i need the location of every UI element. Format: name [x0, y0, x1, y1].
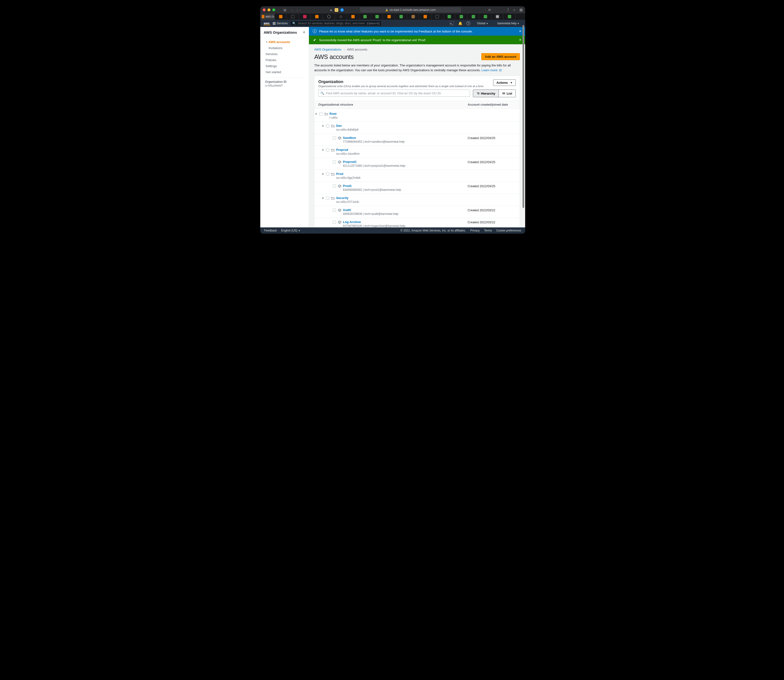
region-selector[interactable]: Global▼: [475, 22, 491, 25]
browser-tab[interactable]: [347, 14, 359, 20]
browser-tab[interactable]: [395, 14, 407, 20]
notifications-icon[interactable]: 🔔: [458, 21, 462, 25]
browser-tab[interactable]: [407, 14, 419, 20]
minimize-window[interactable]: [268, 8, 270, 11]
browser-tab[interactable]: [455, 14, 467, 20]
sidebar-item-policies[interactable]: Policies: [262, 57, 307, 63]
sidebar-item-services[interactable]: Services: [262, 51, 307, 57]
expand-toggle[interactable]: ▼: [322, 172, 325, 175]
browser-tab[interactable]: [419, 14, 431, 20]
aws-search[interactable]: 🔍 [Option+S]: [290, 21, 382, 26]
ou-link[interactable]: Security: [336, 196, 359, 200]
browser-tab[interactable]: [443, 14, 455, 20]
sidebar-item-get-started[interactable]: Get started: [262, 69, 307, 75]
shield-icon[interactable]: ◈: [329, 8, 333, 12]
checkbox[interactable]: [326, 148, 329, 151]
root-link[interactable]: Root: [330, 112, 338, 115]
filter-text-input[interactable]: [326, 91, 468, 95]
expand-toggle[interactable]: ▼: [322, 148, 325, 151]
language-selector[interactable]: English (US) ▼: [281, 229, 300, 232]
sidebar-toggle-icon[interactable]: ▤: [282, 8, 288, 12]
breadcrumb-link[interactable]: AWS Organizations: [314, 48, 341, 51]
checkbox[interactable]: [326, 173, 329, 176]
help-icon[interactable]: ?: [466, 21, 470, 25]
sidebar: AWS Organizations × ▼ AWS accounts Invit…: [260, 27, 309, 227]
ou-link[interactable]: Prod: [336, 172, 360, 176]
hierarchy-icon: [476, 92, 480, 94]
close-icon[interactable]: ×: [519, 29, 521, 33]
account-link[interactable]: Audit: [343, 208, 398, 212]
table-header: Organizational structure Account created…: [314, 101, 520, 109]
browser-tab[interactable]: [323, 14, 335, 20]
expand-toggle[interactable]: ▼: [322, 124, 325, 127]
expand-toggle[interactable]: ▼: [315, 112, 318, 115]
checkbox[interactable]: [326, 124, 329, 128]
close-icon[interactable]: ×: [303, 30, 305, 35]
checkbox[interactable]: [326, 197, 329, 200]
actions-dropdown[interactable]: Actions▼: [493, 79, 516, 86]
aws-search-input[interactable]: [298, 22, 365, 25]
feedback-link[interactable]: Feedback: [264, 229, 277, 232]
checkbox[interactable]: [333, 209, 336, 212]
ou-link[interactable]: Dev: [336, 124, 358, 128]
add-aws-account-button[interactable]: Add an AWS account: [481, 53, 520, 60]
breadcrumb-current: AWS accounts: [347, 48, 368, 51]
browser-tab[interactable]: [287, 14, 299, 20]
checkbox[interactable]: [333, 137, 336, 140]
filter-input[interactable]: 🔍: [318, 90, 470, 97]
services-menu[interactable]: Services: [273, 22, 288, 25]
browser-tab[interactable]: ◯: [335, 14, 347, 20]
browser-tab[interactable]: [431, 14, 443, 20]
ou-link[interactable]: Preprod: [336, 148, 360, 151]
checkbox[interactable]: [319, 112, 322, 115]
browser-tab[interactable]: [480, 14, 491, 20]
address-bar[interactable]: 🔒 us-east-1.console.aws.amazon.com: [360, 7, 461, 13]
browser-tab-active[interactable]: AWS Or…: [260, 14, 275, 20]
terms-link[interactable]: Terms: [484, 229, 492, 232]
cloudshell-icon[interactable]: ▸_: [450, 21, 454, 25]
account-menu[interactable]: baremetal.help▼: [495, 22, 522, 25]
learn-more-link[interactable]: Learn more: [481, 68, 502, 72]
account-link[interactable]: Sandbox: [343, 136, 405, 140]
checkbox[interactable]: [333, 161, 336, 164]
tabs-overview-icon[interactable]: ▦: [519, 8, 523, 12]
aws-nav-right: ▸_ 🔔 ? Global▼ baremetal.help▼: [450, 21, 522, 25]
sidebar-item-settings[interactable]: Settings: [262, 63, 307, 69]
browser-tab[interactable]: [359, 14, 371, 20]
expand-toggle[interactable]: ▼: [322, 196, 325, 200]
account-link[interactable]: Log Archive: [343, 220, 405, 224]
aws-logo[interactable]: aws: [263, 22, 270, 25]
account-link[interactable]: Prod1: [343, 184, 401, 188]
privacy-link[interactable]: Privacy: [470, 229, 480, 232]
chevron-down-icon[interactable]: ⌄: [290, 9, 295, 11]
browser-tab[interactable]: [299, 14, 311, 20]
checkbox[interactable]: [333, 220, 336, 224]
cookie-prefs-link[interactable]: Cookie preferences: [496, 229, 521, 232]
browser-tab[interactable]: [467, 14, 480, 20]
list-view-button[interactable]: List: [498, 90, 516, 97]
browser-tab[interactable]: [383, 14, 395, 20]
extension-icon-1[interactable]: U: [335, 8, 338, 12]
maximize-window[interactable]: [272, 8, 275, 11]
account-date: Created 2022/03/22: [468, 208, 516, 212]
back-button[interactable]: ‹: [297, 8, 298, 12]
browser-tab[interactable]: [311, 14, 323, 20]
sidebar-item-invitations[interactable]: Invitations: [262, 45, 307, 51]
scrollbar-thumb[interactable]: [522, 25, 524, 208]
reload-icon[interactable]: ⟳: [488, 8, 491, 12]
checkbox[interactable]: [333, 184, 336, 188]
sidebar-item-aws-accounts[interactable]: ▼ AWS accounts: [262, 39, 307, 45]
browser-tab[interactable]: M: [491, 14, 503, 20]
share-icon[interactable]: ⤴: [507, 8, 509, 12]
close-icon[interactable]: ×: [519, 38, 521, 42]
hierarchy-view-button[interactable]: Hierarchy: [473, 90, 498, 97]
browser-tab[interactable]: [371, 14, 383, 20]
browser-extensions: ◈ U D: [329, 8, 344, 12]
new-tab-icon[interactable]: ＋: [513, 8, 516, 12]
browser-tab[interactable]: [275, 14, 287, 20]
browser-tab[interactable]: [503, 14, 516, 20]
close-window[interactable]: [263, 8, 266, 11]
folder-icon: [324, 112, 328, 116]
account-link[interactable]: Preprod1: [343, 160, 405, 164]
extension-icon-2[interactable]: D: [340, 8, 344, 12]
